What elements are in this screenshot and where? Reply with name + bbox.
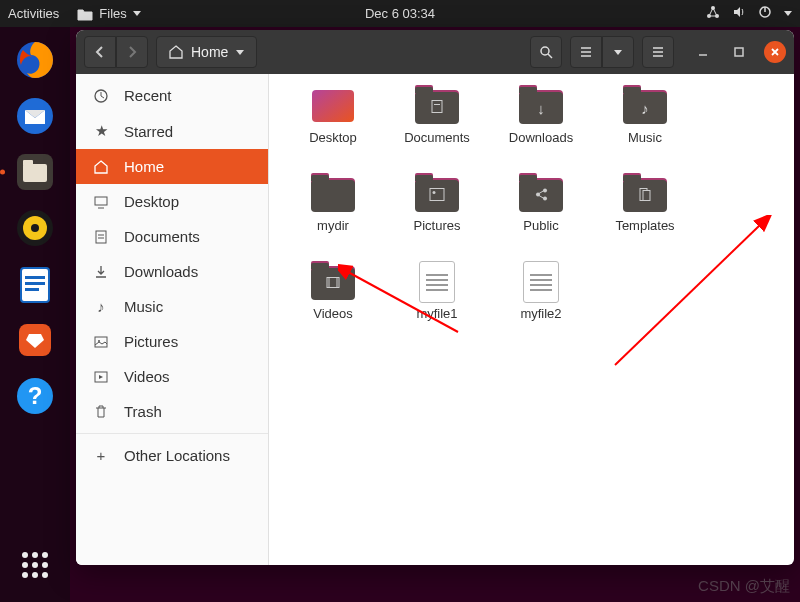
- sidebar-item-music[interactable]: ♪Music: [76, 289, 268, 324]
- folder-icon: [621, 174, 669, 214]
- svg-point-12: [31, 224, 39, 232]
- dock-thunderbird[interactable]: [10, 91, 60, 141]
- svg-point-20: [22, 552, 28, 558]
- svg-point-52: [433, 191, 436, 194]
- folder-icon: [309, 262, 357, 302]
- view-options-button[interactable]: [602, 36, 634, 68]
- sidebar-item-downloads[interactable]: Downloads: [76, 254, 268, 289]
- svg-line-30: [548, 54, 552, 58]
- network-icon[interactable]: [706, 5, 720, 22]
- back-button[interactable]: [84, 36, 116, 68]
- sidebar-item-pictures[interactable]: Pictures: [76, 324, 268, 359]
- sidebar-item-documents[interactable]: Documents: [76, 219, 268, 254]
- home-icon: [169, 45, 183, 59]
- file-item-myfile2[interactable]: myfile2: [491, 262, 591, 342]
- file-label: Downloads: [509, 130, 573, 145]
- file-label: Pictures: [414, 218, 461, 233]
- file-item-desktop[interactable]: Desktop: [283, 86, 383, 166]
- sidebar-item-label: Starred: [124, 123, 173, 140]
- sidebar-item-recent[interactable]: Recent: [76, 78, 268, 113]
- trash-icon: [92, 404, 110, 420]
- titlebar: Home: [76, 30, 794, 74]
- dock-files[interactable]: [10, 147, 60, 197]
- file-item-documents[interactable]: Documents: [387, 86, 487, 166]
- svg-text:?: ?: [28, 382, 43, 409]
- folder-icon: [413, 174, 461, 214]
- activities-button[interactable]: Activities: [8, 6, 59, 21]
- file-label: Desktop: [309, 130, 357, 145]
- sidebar-item-label: Other Locations: [124, 447, 230, 464]
- svg-point-21: [32, 552, 38, 558]
- sidebar-item-other-locations[interactable]: +Other Locations: [76, 438, 268, 473]
- text-file-icon: [413, 262, 461, 302]
- svg-point-28: [42, 572, 48, 578]
- file-item-downloads[interactable]: ↓Downloads: [491, 86, 591, 166]
- document-icon: [92, 229, 110, 245]
- dock-libreoffice[interactable]: [10, 259, 60, 309]
- file-item-public[interactable]: Public: [491, 174, 591, 254]
- search-button[interactable]: [530, 36, 562, 68]
- dock-firefox[interactable]: [10, 35, 60, 85]
- file-grid[interactable]: Desktop Documents ↓Downloads ♪Music mydi…: [269, 74, 794, 565]
- dock: ?: [0, 27, 70, 602]
- path-bar[interactable]: Home: [156, 36, 257, 68]
- text-file-icon: [517, 262, 565, 302]
- file-item-mydir[interactable]: mydir: [283, 174, 383, 254]
- svg-rect-15: [25, 282, 45, 285]
- file-item-videos[interactable]: Videos: [283, 262, 383, 342]
- file-item-music[interactable]: ♪Music: [595, 86, 695, 166]
- sidebar: Recent ★Starred Home Desktop Documents D…: [76, 74, 269, 565]
- folder-icon: [413, 86, 461, 126]
- folder-icon: [309, 174, 357, 214]
- sidebar-item-videos[interactable]: Videos: [76, 359, 268, 394]
- folder-icon: [77, 7, 93, 21]
- svg-rect-8: [23, 164, 47, 182]
- hamburger-button[interactable]: [642, 36, 674, 68]
- dock-software[interactable]: [10, 315, 60, 365]
- svg-point-23: [22, 562, 28, 568]
- download-icon: [92, 264, 110, 280]
- svg-point-25: [42, 562, 48, 568]
- desktop-icon: [92, 194, 110, 210]
- file-label: Templates: [615, 218, 674, 233]
- file-item-templates[interactable]: Templates: [595, 174, 695, 254]
- dock-rhythmbox[interactable]: [10, 203, 60, 253]
- file-label: Public: [523, 218, 558, 233]
- file-label: Music: [628, 130, 662, 145]
- app-menu-label: Files: [99, 6, 126, 21]
- dock-help[interactable]: ?: [10, 371, 60, 421]
- dock-show-apps[interactable]: [10, 540, 60, 590]
- sidebar-item-label: Home: [124, 158, 164, 175]
- svg-point-26: [22, 572, 28, 578]
- file-item-pictures[interactable]: Pictures: [387, 174, 487, 254]
- maximize-button[interactable]: [728, 41, 750, 63]
- view-list-button[interactable]: [570, 36, 602, 68]
- close-button[interactable]: [764, 41, 786, 63]
- sidebar-item-starred[interactable]: ★Starred: [76, 113, 268, 149]
- forward-button[interactable]: [116, 36, 148, 68]
- sidebar-item-label: Trash: [124, 403, 162, 420]
- svg-rect-48: [312, 90, 354, 122]
- file-label: mydir: [317, 218, 349, 233]
- sidebar-item-trash[interactable]: Trash: [76, 394, 268, 429]
- power-icon[interactable]: [758, 5, 772, 22]
- separator: [76, 433, 268, 434]
- home-icon: [92, 159, 110, 175]
- sidebar-item-home[interactable]: Home: [76, 149, 268, 184]
- file-label: myfile2: [520, 306, 561, 321]
- videos-icon: [92, 369, 110, 385]
- svg-rect-42: [96, 231, 106, 243]
- sidebar-item-desktop[interactable]: Desktop: [76, 184, 268, 219]
- watermark: CSDN @艾醒: [698, 577, 790, 596]
- app-menu[interactable]: Files: [77, 6, 140, 21]
- svg-rect-57: [643, 191, 650, 201]
- minimize-button[interactable]: [692, 41, 714, 63]
- svg-rect-9: [23, 160, 33, 166]
- clock[interactable]: Dec 6 03:34: [365, 6, 435, 21]
- svg-point-29: [541, 47, 549, 55]
- svg-point-22: [42, 552, 48, 558]
- volume-icon[interactable]: [732, 5, 746, 22]
- file-item-myfile1[interactable]: myfile1: [387, 262, 487, 342]
- pictures-icon: [92, 334, 110, 350]
- music-icon: ♪: [92, 298, 110, 315]
